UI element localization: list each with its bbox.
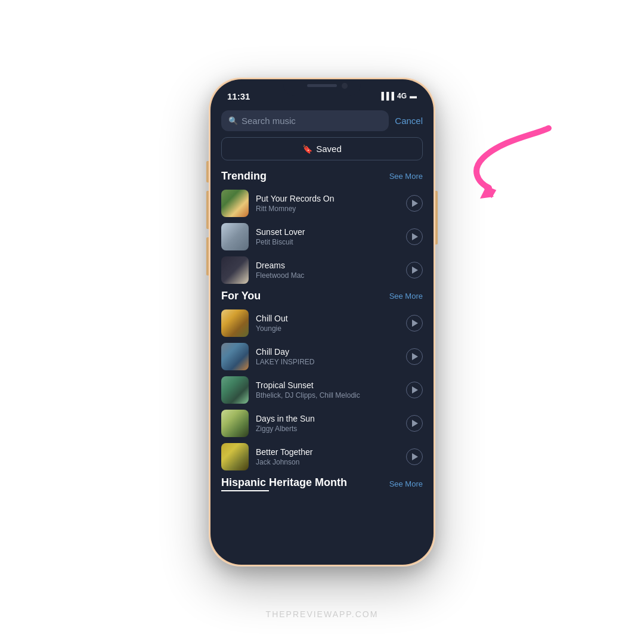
hispanic-heritage-see-more[interactable]: See More <box>389 479 423 488</box>
saved-button[interactable]: 🔖 Saved <box>221 137 423 160</box>
signal-icon: ▐▐▐ <box>379 92 394 100</box>
for-you-header: For You See More <box>221 290 423 302</box>
mute-button <box>206 161 209 182</box>
section-underline <box>221 490 269 491</box>
screen-content: 🔍 Search music Cancel 🔖 Saved Trending S… <box>210 106 434 565</box>
track-artist: Jack Johnson <box>256 458 399 466</box>
power-button <box>435 191 438 244</box>
arrow-annotation <box>429 116 561 200</box>
album-art <box>221 309 249 337</box>
hispanic-heritage-title: Hispanic Heritage Month <box>221 476 347 488</box>
album-art <box>221 223 249 250</box>
track-name: Dreams <box>256 261 399 270</box>
speaker <box>307 84 337 87</box>
list-item: Chill Out Youngie <box>221 309 423 337</box>
track-info: Tropical Sunset Bthelick, DJ Clipps, Chi… <box>256 380 399 400</box>
search-icon: 🔍 <box>228 116 238 125</box>
list-item: Chill Day LAKEY INSPIRED <box>221 343 423 370</box>
album-art <box>221 443 249 470</box>
page-wrapper: 11:31 ▐▐▐ 4G ▬ 🔍 Search music Cancel <box>0 0 644 644</box>
phone-frame: 11:31 ▐▐▐ 4G ▬ 🔍 Search music Cancel <box>209 78 435 566</box>
status-icons: ▐▐▐ 4G ▬ <box>379 92 417 100</box>
track-info: Dreams Fleetwood Mac <box>256 261 399 280</box>
play-icon <box>412 453 418 460</box>
trending-title: Trending <box>221 170 267 182</box>
track-artist: LAKEY INSPIRED <box>256 358 399 366</box>
album-art <box>221 343 249 370</box>
play-button[interactable] <box>406 228 423 245</box>
list-item: Days in the Sun Ziggy Alberts <box>221 410 423 437</box>
album-art <box>221 256 249 284</box>
track-info: Days in the Sun Ziggy Alberts <box>256 414 399 433</box>
watermark: THEPREVIEWAPP.COM <box>266 609 379 619</box>
search-row: 🔍 Search music Cancel <box>221 110 423 131</box>
track-artist: Ziggy Alberts <box>256 425 399 433</box>
volume-down-button <box>206 237 209 275</box>
play-button[interactable] <box>406 315 423 332</box>
track-name: Chill Day <box>256 347 399 357</box>
play-icon <box>412 267 418 274</box>
play-button[interactable] <box>406 348 423 365</box>
track-name: Tropical Sunset <box>256 380 399 390</box>
saved-label: Saved <box>316 144 342 154</box>
album-art <box>221 190 249 217</box>
track-name: Days in the Sun <box>256 414 399 423</box>
for-you-see-more[interactable]: See More <box>389 292 423 301</box>
track-name: Chill Out <box>256 314 399 323</box>
track-info: Chill Out Youngie <box>256 314 399 333</box>
play-icon <box>412 233 418 240</box>
track-name: Better Together <box>256 447 399 457</box>
track-name: Put Your Records On <box>256 194 399 203</box>
for-you-title: For You <box>221 290 261 302</box>
search-input[interactable]: Search music <box>242 116 296 126</box>
svg-marker-0 <box>480 179 499 200</box>
play-button[interactable] <box>406 262 423 278</box>
track-name: Sunset Lover <box>256 227 399 237</box>
album-art <box>221 376 249 404</box>
battery-icon: ▬ <box>410 92 417 100</box>
track-info: Sunset Lover Petit Biscuit <box>256 227 399 246</box>
track-artist: Petit Biscuit <box>256 238 399 246</box>
status-time: 11:31 <box>227 91 250 101</box>
front-camera <box>342 83 348 89</box>
track-artist: Fleetwood Mac <box>256 271 399 280</box>
list-item: Tropical Sunset Bthelick, DJ Clipps, Chi… <box>221 376 423 404</box>
hispanic-heritage-header: Hispanic Heritage Month See More <box>221 476 423 491</box>
album-art <box>221 410 249 437</box>
trending-see-more[interactable]: See More <box>389 172 423 181</box>
play-icon <box>412 353 418 360</box>
track-info: Better Together Jack Johnson <box>256 447 399 466</box>
volume-up-button <box>206 191 209 229</box>
track-info: Put Your Records On Ritt Momney <box>256 194 399 213</box>
notch <box>283 79 361 96</box>
play-button[interactable] <box>406 195 423 212</box>
network-label: 4G <box>397 92 407 100</box>
track-info: Chill Day LAKEY INSPIRED <box>256 347 399 366</box>
search-input-wrap[interactable]: 🔍 Search music <box>221 110 389 131</box>
track-artist: Youngie <box>256 324 399 333</box>
play-button[interactable] <box>406 382 423 398</box>
play-button[interactable] <box>406 415 423 432</box>
track-artist: Bthelick, DJ Clipps, Chill Melodic <box>256 391 399 400</box>
play-icon <box>412 200 418 207</box>
list-item: Put Your Records On Ritt Momney <box>221 190 423 217</box>
phone-screen: 11:31 ▐▐▐ 4G ▬ 🔍 Search music Cancel <box>210 79 434 565</box>
list-item: Dreams Fleetwood Mac <box>221 256 423 284</box>
play-icon <box>412 420 418 427</box>
cancel-button[interactable]: Cancel <box>395 116 423 126</box>
play-button[interactable] <box>406 448 423 465</box>
list-item: Sunset Lover Petit Biscuit <box>221 223 423 250</box>
track-artist: Ritt Momney <box>256 205 399 213</box>
list-item: Better Together Jack Johnson <box>221 443 423 470</box>
trending-header: Trending See More <box>221 170 423 182</box>
bookmark-icon: 🔖 <box>302 144 312 154</box>
play-icon <box>412 386 418 394</box>
play-icon <box>412 320 418 327</box>
